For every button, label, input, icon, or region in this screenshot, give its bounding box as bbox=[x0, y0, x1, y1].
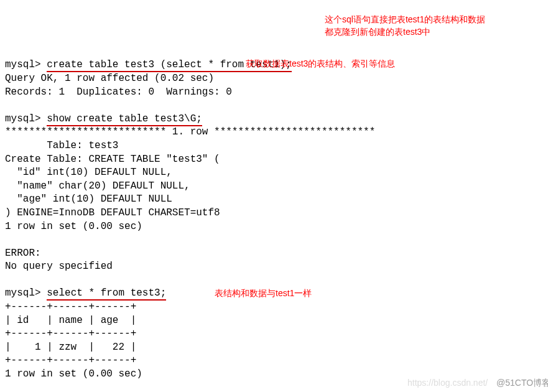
table-border: +------+------+------+ bbox=[5, 301, 136, 312]
table-name-line: Table: test3 bbox=[5, 140, 118, 151]
sql-select-command[interactable]: select * from test3; bbox=[47, 287, 166, 301]
rows-in-set-line: 1 row in set (0.00 sec) bbox=[5, 368, 142, 380]
error-label: ERROR: bbox=[5, 248, 41, 259]
ddl-column-name: "name" char(20) DEFAULT NULL, bbox=[5, 180, 190, 192]
error-message: No query specified bbox=[5, 261, 113, 272]
table-border: +------+------+------+ bbox=[5, 328, 136, 339]
annotation-clone-explanation: 这个sql语句直接把表test1的表结构和数据都克隆到新创建的表test3中 bbox=[325, 14, 536, 38]
table-border: +------+------+------+ bbox=[5, 355, 136, 366]
watermark-51cto: @51CTO博客 bbox=[496, 377, 548, 389]
sql-show-create-command[interactable]: show create table test3\G; bbox=[47, 113, 202, 126]
ddl-engine-line: ) ENGINE=InnoDB DEFAULT CHARSET=utf8 bbox=[5, 207, 220, 218]
annotation-same-as-test1: 表结构和数据与test1一样 bbox=[215, 287, 312, 300]
prompt: mysql> bbox=[5, 287, 41, 299]
rows-in-set-line: 1 row in set (0.00 sec) bbox=[5, 221, 142, 232]
create-table-ddl: Create Table: CREATE TABLE "test3" ( bbox=[5, 154, 220, 165]
prompt: mysql> bbox=[5, 59, 41, 70]
table-data-row: | 1 | zzw | 22 | bbox=[5, 342, 136, 353]
records-line: Records: 1 Duplicates: 0 Warnings: 0 bbox=[5, 86, 232, 98]
ddl-column-id: "id" int(10) DEFAULT NULL, bbox=[5, 167, 172, 178]
row-separator: *************************** 1. row *****… bbox=[5, 126, 375, 138]
annotation-show-create-explanation: 获取数据表test3的表结构、索引等信息 bbox=[246, 58, 395, 70]
ddl-column-age: "age" int(10) DEFAULT NULL bbox=[5, 194, 172, 205]
query-ok-line: Query OK, 1 row affected (0.02 sec) bbox=[5, 73, 214, 84]
watermark-csdn: https://blog.csdn.net/ bbox=[407, 377, 488, 389]
prompt: mysql> bbox=[5, 113, 41, 124]
table-header-row: | id | name | age | bbox=[5, 315, 136, 326]
